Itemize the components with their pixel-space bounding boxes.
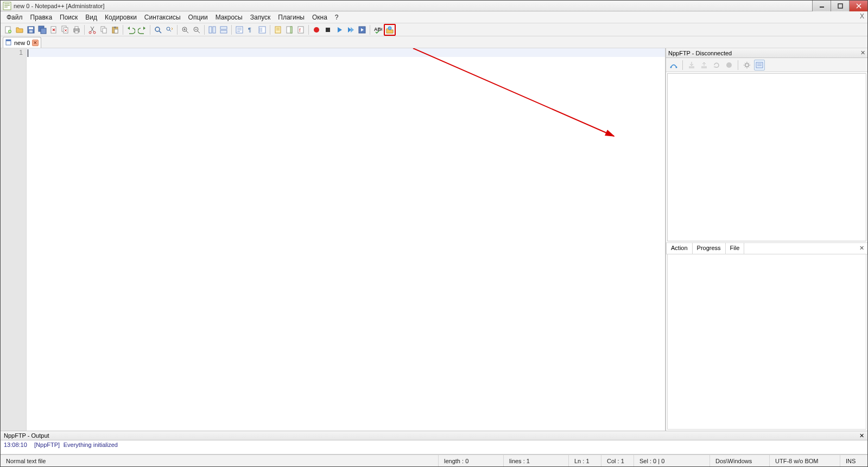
output-title-text: NppFTP - Output — [4, 432, 49, 439]
copy-icon[interactable] — [98, 24, 109, 35]
undo-icon[interactable] — [125, 24, 136, 35]
svg-text:¶: ¶ — [248, 27, 251, 33]
menu-run[interactable]: Запуск — [246, 14, 275, 21]
nppftp-panel-title: NppFTP - Disconnected ✕ — [666, 48, 867, 58]
replace-icon[interactable] — [164, 24, 175, 35]
app-window: new 0 - Notepad++ [Administrator] Файл П… — [0, 0, 868, 467]
document-tab[interactable]: new 0 ✕ — [3, 37, 41, 48]
ftp-messages-icon[interactable] — [754, 60, 765, 71]
menu-file[interactable]: Файл — [3, 14, 27, 21]
window-title: new 0 - Notepad++ [Administrator] — [14, 3, 105, 9]
toolbar-sep — [84, 25, 85, 35]
svg-rect-29 — [220, 27, 227, 29]
svg-point-47 — [670, 66, 672, 68]
menu-encoding[interactable]: Кодировки — [101, 14, 141, 21]
ftp-settings-icon[interactable] — [742, 60, 752, 71]
svg-rect-7 — [29, 30, 33, 33]
output-panel-title: NppFTP - Output ✕ — [1, 431, 867, 440]
menu-window[interactable]: Окна — [308, 14, 331, 21]
status-ln: Ln : 1 — [569, 455, 601, 466]
svg-rect-14 — [75, 27, 78, 29]
ftp-log-body[interactable] — [667, 254, 866, 430]
svg-rect-22 — [115, 29, 118, 33]
print-icon[interactable] — [71, 24, 82, 35]
redo-icon[interactable] — [137, 24, 148, 35]
ftp-tab-file[interactable]: File — [726, 242, 745, 254]
menu-settings[interactable]: Опции — [185, 14, 212, 21]
menu-macro[interactable]: Макросы — [212, 14, 246, 21]
editor[interactable]: 1 — [1, 48, 665, 431]
zoom-in-icon[interactable] — [180, 24, 191, 35]
paste-icon[interactable] — [110, 24, 121, 35]
code-area[interactable] — [27, 48, 665, 431]
ftp-toolbar — [666, 58, 867, 72]
docmap-icon[interactable] — [284, 24, 295, 35]
indent-guide-icon[interactable] — [257, 24, 268, 35]
nppftp-icon[interactable] — [384, 24, 396, 36]
close-file-icon[interactable] — [48, 24, 59, 35]
code-line[interactable] — [27, 48, 665, 57]
save-icon[interactable] — [26, 24, 36, 35]
menu-edit[interactable]: Правка — [27, 14, 56, 21]
tab-close-icon[interactable]: ✕ — [32, 40, 39, 46]
save-macro-icon[interactable] — [357, 24, 368, 35]
tab-strip: new 0 ✕ — [1, 36, 867, 48]
svg-point-17 — [93, 31, 96, 34]
output-body[interactable]: 13:08:10 [NppFTP] Everything initialized — [1, 440, 867, 455]
ftp-connect-icon[interactable] — [668, 60, 679, 71]
panel-close-icon[interactable]: ✕ — [860, 49, 865, 56]
save-all-icon[interactable] — [37, 24, 48, 35]
status-bar: Normal text file length : 0 lines : 1 Ln… — [1, 455, 867, 466]
svg-rect-49 — [689, 66, 694, 68]
ftp-log-close-icon[interactable]: ✕ — [856, 242, 867, 254]
spellcheck-icon[interactable]: ABC — [372, 24, 383, 35]
svg-point-16 — [89, 31, 91, 34]
menu-plugins[interactable]: Плагины — [274, 14, 308, 21]
main-toolbar: ¶ f ABC — [1, 23, 867, 36]
svg-point-51 — [726, 62, 732, 68]
sync-h-icon[interactable] — [218, 24, 229, 35]
close-doc-x[interactable]: X — [860, 12, 864, 20]
play-macro-icon[interactable] — [334, 24, 345, 35]
userdef-icon[interactable] — [273, 24, 283, 35]
record-macro-icon[interactable] — [311, 24, 322, 35]
status-ins: INS — [840, 455, 867, 466]
stop-macro-icon[interactable] — [322, 24, 333, 35]
status-eol: Dos\Windows — [710, 455, 770, 466]
svg-rect-28 — [213, 27, 216, 33]
close-all-icon[interactable] — [60, 24, 71, 35]
ftp-tab-action[interactable]: Action — [666, 242, 693, 254]
menu-search[interactable]: Поиск — [56, 14, 81, 21]
ftp-log-tabs: Action Progress File ✕ — [666, 242, 867, 254]
nppftp-title-text: NppFTP - Disconnected — [668, 50, 732, 56]
maximize-button[interactable] — [831, 1, 849, 11]
all-chars-icon[interactable]: ¶ — [245, 24, 256, 35]
close-button[interactable] — [849, 1, 867, 11]
svg-rect-50 — [701, 66, 707, 68]
nppftp-panel: NppFTP - Disconnected ✕ Action Progress … — [666, 48, 867, 431]
play-multi-icon[interactable] — [345, 24, 356, 35]
svg-rect-53 — [756, 62, 763, 68]
cut-icon[interactable] — [87, 24, 98, 35]
menu-language[interactable]: Синтаксисы — [141, 14, 185, 21]
find-icon[interactable] — [153, 24, 163, 35]
svg-rect-21 — [114, 27, 116, 28]
funclist-icon[interactable]: f — [295, 24, 306, 35]
new-file-icon[interactable] — [3, 24, 14, 35]
status-encoding: UTF-8 w/o BOM — [770, 455, 840, 466]
ftp-tree[interactable] — [667, 73, 866, 241]
menu-help[interactable]: ? — [331, 14, 343, 21]
output-close-icon[interactable]: ✕ — [859, 432, 864, 439]
zoom-out-icon[interactable] — [191, 24, 202, 35]
svg-point-43 — [388, 27, 391, 30]
toolbar-sep — [738, 60, 738, 70]
output-message: Everything initialized — [64, 442, 118, 448]
svg-point-39 — [314, 27, 319, 33]
menu-view[interactable]: Вид — [81, 14, 101, 21]
wrap-icon[interactable] — [234, 24, 245, 35]
sync-v-icon[interactable] — [207, 24, 218, 35]
ftp-tab-progress[interactable]: Progress — [693, 242, 726, 254]
svg-rect-19 — [103, 28, 106, 33]
open-file-icon[interactable] — [14, 24, 25, 35]
minimize-button[interactable] — [812, 1, 831, 11]
